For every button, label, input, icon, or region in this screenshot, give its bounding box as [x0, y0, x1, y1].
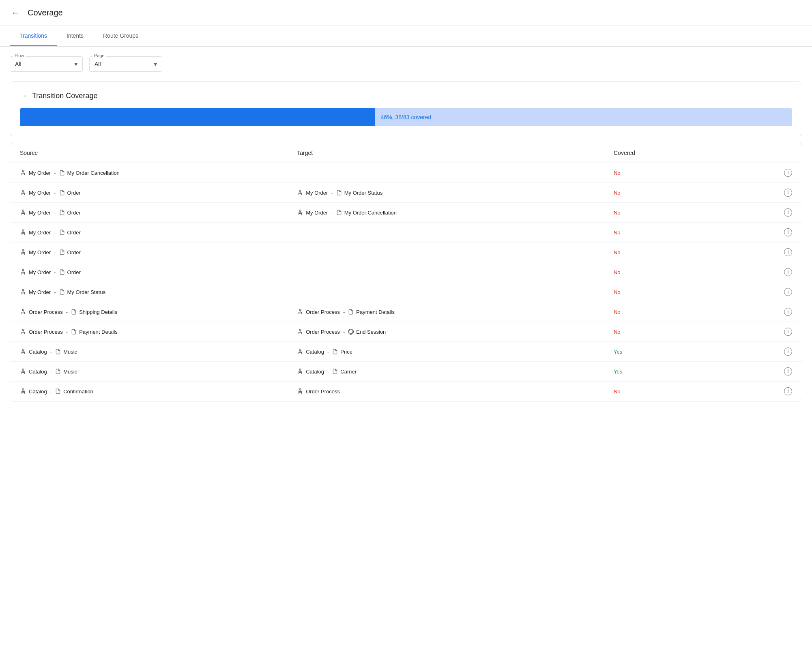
page-icon	[55, 388, 61, 394]
covered-cell: No	[604, 183, 723, 203]
page-name: Payment Details	[79, 329, 118, 335]
info-icon[interactable]: i	[784, 288, 792, 296]
info-icon[interactable]: i	[784, 367, 792, 375]
target-cell	[287, 223, 604, 242]
page-name: End Session	[356, 329, 386, 335]
progress-bar-container: 46%, 38/83 covered	[20, 108, 792, 126]
page-icon	[59, 289, 65, 295]
source-cell: My Order- Order	[10, 183, 287, 203]
action-cell[interactable]: i	[723, 223, 802, 242]
info-icon[interactable]: i	[784, 248, 792, 256]
page-filter: Page All ▼	[89, 56, 162, 72]
covered-cell: No	[604, 223, 723, 242]
info-icon[interactable]: i	[784, 348, 792, 356]
source-cell: My Order- Order	[10, 242, 287, 262]
flow-icon	[20, 229, 26, 236]
flow-icon	[297, 368, 303, 375]
table-row: My Order- Order My Order- My Order Statu…	[10, 183, 802, 203]
page-name: My Order Status	[67, 289, 106, 295]
flow-name: My Order	[29, 289, 51, 295]
coverage-card: → Transition Coverage 46%, 38/83 covered	[10, 82, 802, 136]
transition-arrow-icon: →	[20, 92, 27, 100]
action-cell[interactable]: i	[723, 183, 802, 203]
table-row: My Order- OrderNoi	[10, 262, 802, 282]
action-cell[interactable]: i	[723, 322, 802, 342]
flow-icon	[20, 368, 26, 375]
action-cell[interactable]: i	[723, 282, 802, 302]
table-row: My Order- OrderNoi	[10, 242, 802, 262]
page-name: Order	[67, 249, 81, 255]
coverage-card-header: → Transition Coverage	[20, 92, 792, 100]
action-cell[interactable]: i	[723, 242, 802, 262]
flow-name: Order Process	[306, 388, 340, 395]
tab-transitions[interactable]: Transitions	[10, 26, 57, 46]
source-cell: My Order- Order	[10, 203, 287, 223]
page-icon	[55, 349, 61, 354]
back-button[interactable]: ←	[10, 6, 21, 19]
info-icon[interactable]: i	[784, 228, 792, 236]
action-cell[interactable]: i	[723, 163, 802, 183]
action-cell[interactable]: i	[723, 342, 802, 362]
table-row: Catalog- Music Catalog- CarrierYesi	[10, 362, 802, 382]
page-icon	[71, 329, 77, 335]
action-cell[interactable]: i	[723, 262, 802, 282]
covered-status: No	[614, 190, 621, 196]
action-cell[interactable]: i	[723, 382, 802, 401]
source-cell: My Order- My Order Status	[10, 282, 287, 302]
flow-icon	[297, 328, 303, 335]
flow-icon	[20, 309, 26, 315]
covered-cell: No	[604, 322, 723, 342]
covered-cell: Yes	[604, 362, 723, 382]
table-row: My Order- Order My Order- My Order Cance…	[10, 203, 802, 223]
flow-name: My Order	[29, 249, 51, 255]
info-icon[interactable]: i	[784, 268, 792, 276]
info-icon[interactable]: i	[784, 308, 792, 316]
page-name: Order	[67, 210, 81, 216]
action-cell[interactable]: i	[723, 203, 802, 223]
action-cell[interactable]: i	[723, 302, 802, 322]
info-icon[interactable]: i	[784, 328, 792, 336]
flow-icon	[20, 189, 26, 196]
tab-intents[interactable]: Intents	[57, 26, 93, 46]
page-icon	[332, 369, 338, 374]
page-filter-label: Page	[92, 53, 106, 58]
flow-name: Catalog	[29, 388, 47, 395]
covered-cell: No	[604, 163, 723, 183]
target-cell: Order Process-End Session	[287, 322, 604, 342]
page-icon	[59, 170, 65, 176]
flow-icon	[297, 209, 303, 216]
info-icon[interactable]: i	[784, 387, 792, 395]
source-cell: Order Process- Payment Details	[10, 322, 287, 342]
target-cell: Order Process	[287, 382, 604, 401]
tab-route-groups[interactable]: Route Groups	[93, 26, 148, 46]
page-select[interactable]: All	[89, 56, 162, 72]
dash-separator: -	[327, 349, 329, 355]
target-cell: My Order- My Order Status	[287, 183, 604, 203]
source-cell: My Order- Order	[10, 262, 287, 282]
action-cell[interactable]: i	[723, 362, 802, 382]
flow-name: My Order	[306, 210, 328, 216]
info-icon[interactable]: i	[784, 208, 792, 217]
covered-status: Yes	[614, 349, 622, 355]
covered-status: Yes	[614, 369, 622, 375]
info-icon[interactable]: i	[784, 169, 792, 177]
flow-select[interactable]: All	[10, 56, 83, 72]
covered-status: No	[614, 249, 621, 255]
target-cell: Catalog- Carrier	[287, 362, 604, 382]
flow-name: My Order	[306, 190, 328, 196]
info-icon[interactable]: i	[784, 189, 792, 197]
covered-cell: No	[604, 203, 723, 223]
dash-separator: -	[54, 269, 56, 275]
flow-icon	[20, 348, 26, 355]
filters: Flow All ▼ Page All ▼	[0, 47, 812, 78]
table-row: Catalog- Music Catalog- PriceYesi	[10, 342, 802, 362]
flow-icon	[20, 289, 26, 295]
covered-cell: No	[604, 262, 723, 282]
flow-name: Order Process	[306, 329, 340, 335]
source-cell: My Order- My Order Cancellation	[10, 163, 287, 183]
page-name: My Order Cancellation	[67, 170, 120, 176]
page-icon	[336, 190, 342, 195]
flow-icon	[20, 269, 26, 275]
page-icon	[55, 369, 61, 374]
page-name: Order	[67, 190, 81, 196]
